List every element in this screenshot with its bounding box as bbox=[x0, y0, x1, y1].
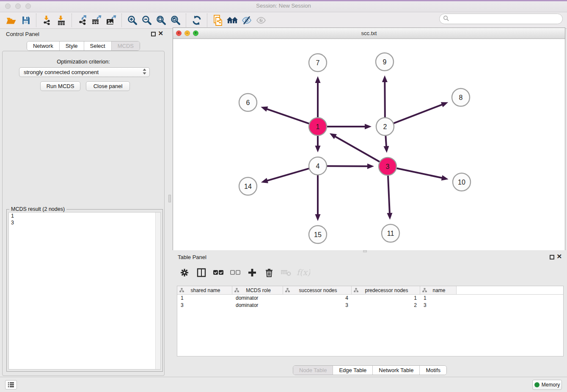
import-network-icon[interactable] bbox=[40, 14, 54, 27]
edge-3-11[interactable] bbox=[387, 176, 392, 220]
mcds-result-item[interactable]: 3 bbox=[9, 219, 160, 226]
show-all-icon[interactable] bbox=[254, 14, 268, 27]
close-panel-icon[interactable]: ✕ bbox=[158, 30, 163, 37]
export-image-icon[interactable] bbox=[104, 14, 118, 27]
column-header-shared-name[interactable]: shared name bbox=[177, 286, 232, 294]
table-tab-node-table[interactable]: Node Table bbox=[293, 366, 333, 375]
hide-selected-icon[interactable] bbox=[239, 14, 254, 27]
save-session-icon[interactable] bbox=[19, 14, 33, 27]
function-builder-icon[interactable]: f(x) bbox=[295, 265, 311, 280]
zoom-in-icon[interactable] bbox=[125, 14, 140, 27]
network-canvas[interactable]: 7968124314101511 bbox=[173, 39, 565, 250]
table-cell[interactable]: 1 bbox=[420, 295, 457, 302]
node-2[interactable]: 2 bbox=[376, 118, 394, 135]
node-9[interactable]: 9 bbox=[376, 53, 394, 71]
delete-columns-icon[interactable] bbox=[261, 265, 277, 280]
task-history-button[interactable] bbox=[5, 380, 17, 389]
edge-2-9[interactable] bbox=[382, 75, 388, 117]
export-network-icon[interactable] bbox=[75, 14, 90, 27]
splitter-grip[interactable] bbox=[168, 195, 171, 202]
column-header-name[interactable]: name bbox=[420, 286, 457, 294]
node-10[interactable]: 10 bbox=[453, 173, 471, 191]
zoom-fit-icon[interactable] bbox=[154, 14, 168, 27]
column-header-successor-nodes[interactable]: successor nodes bbox=[283, 286, 352, 294]
delete-table-icon[interactable] bbox=[278, 265, 294, 280]
control-tab-network[interactable]: Network bbox=[27, 41, 60, 50]
svg-text:6: 6 bbox=[246, 99, 250, 106]
edge-1-6[interactable] bbox=[261, 107, 309, 124]
node-7[interactable]: 7 bbox=[309, 54, 327, 72]
edge-1-2[interactable] bbox=[327, 124, 372, 130]
vertical-splitter[interactable] bbox=[168, 29, 172, 377]
table-cell[interactable]: 3 bbox=[420, 302, 457, 309]
table-row[interactable]: 1dominator411 bbox=[177, 295, 563, 302]
search-field[interactable] bbox=[439, 14, 563, 24]
zoom-out-icon[interactable] bbox=[140, 14, 154, 27]
memory-button[interactable]: Memory bbox=[532, 380, 562, 390]
column-header-MCDS-role[interactable]: MCDS role bbox=[232, 286, 283, 294]
edge-4-3[interactable] bbox=[327, 163, 374, 169]
import-table-icon[interactable] bbox=[54, 14, 69, 27]
table-panel-close-icon[interactable]: ✕ bbox=[556, 253, 562, 260]
table-tab-network-table[interactable]: Network Table bbox=[373, 366, 420, 375]
table-cell[interactable]: 3 bbox=[283, 302, 352, 309]
edge-1-4[interactable] bbox=[315, 136, 321, 152]
node-3[interactable]: 3 bbox=[379, 157, 396, 175]
table-cell[interactable]: 4 bbox=[283, 295, 352, 302]
table-panel: Table Panel ✕ f(x) shared nameMCDS roles… bbox=[173, 252, 567, 377]
network-frame-titlebar[interactable]: × − + scc.txt bbox=[173, 28, 565, 39]
edge-2-3[interactable] bbox=[383, 136, 389, 153]
table-tab-motifs[interactable]: Motifs bbox=[420, 366, 446, 375]
float-panel-icon[interactable] bbox=[151, 32, 156, 36]
memory-status-icon bbox=[534, 382, 539, 387]
column-header-predecessor-nodes[interactable]: predecessor nodes bbox=[352, 286, 420, 294]
result-scrollbar[interactable] bbox=[155, 213, 160, 369]
export-table-icon[interactable] bbox=[90, 14, 104, 27]
edge-3-1[interactable] bbox=[330, 133, 380, 162]
open-session-folder-icon[interactable] bbox=[4, 14, 19, 27]
search-icon bbox=[443, 15, 449, 23]
column-browser-icon[interactable] bbox=[194, 265, 209, 280]
table-tab-edge-table[interactable]: Edge Table bbox=[333, 366, 373, 375]
clone-network-icon[interactable] bbox=[211, 14, 225, 27]
node-1[interactable]: 1 bbox=[309, 118, 327, 135]
mcds-result-item[interactable]: 1 bbox=[9, 213, 160, 219]
edge-4-15[interactable] bbox=[315, 175, 321, 221]
select-all-columns-icon[interactable] bbox=[211, 265, 226, 280]
edge-4-14[interactable] bbox=[261, 168, 309, 183]
table-panel-float-icon[interactable] bbox=[550, 255, 554, 259]
node-15[interactable]: 15 bbox=[309, 226, 327, 243]
close-panel-button[interactable]: Close panel bbox=[86, 81, 130, 91]
table-row[interactable]: 3dominator323 bbox=[177, 302, 563, 309]
edge-3-10[interactable] bbox=[397, 168, 449, 181]
control-tab-mcds[interactable]: MCDS bbox=[112, 41, 140, 50]
unselect-all-columns-icon[interactable] bbox=[228, 265, 243, 280]
search-input[interactable] bbox=[451, 15, 562, 23]
node-4[interactable]: 4 bbox=[309, 157, 327, 175]
add-column-icon[interactable] bbox=[245, 265, 260, 280]
table-cell[interactable]: 2 bbox=[352, 302, 420, 309]
run-mcds-button[interactable]: Run MCDS bbox=[40, 81, 80, 91]
network-frame-title: scc.txt bbox=[173, 30, 565, 36]
table-settings-gear-icon[interactable] bbox=[177, 265, 192, 280]
edge-1-7[interactable] bbox=[315, 76, 321, 117]
node-14[interactable]: 14 bbox=[239, 177, 257, 195]
table-cell[interactable]: 1 bbox=[352, 295, 420, 302]
edge-2-8[interactable] bbox=[394, 102, 449, 123]
toolbar-separator bbox=[36, 14, 37, 27]
table-cell[interactable]: 3 bbox=[177, 302, 232, 309]
mcds-result-list[interactable]: 13 bbox=[8, 212, 161, 370]
criterion-dropdown[interactable]: strongly connected component bbox=[19, 67, 150, 77]
control-tab-style[interactable]: Style bbox=[60, 41, 84, 50]
table-cell[interactable]: dominator bbox=[232, 295, 283, 302]
node-6[interactable]: 6 bbox=[239, 94, 257, 111]
zoom-selected-icon[interactable] bbox=[168, 14, 183, 27]
table-cell[interactable]: dominator bbox=[232, 302, 283, 309]
first-neighbors-icon[interactable] bbox=[225, 14, 239, 27]
optimization-criterion-label: Optimization criterion: bbox=[3, 58, 164, 65]
table-cell[interactable]: 1 bbox=[177, 295, 232, 302]
refresh-view-icon[interactable] bbox=[190, 14, 204, 27]
node-8[interactable]: 8 bbox=[452, 88, 470, 106]
control-tab-select[interactable]: Select bbox=[84, 41, 112, 50]
node-11[interactable]: 11 bbox=[382, 224, 399, 242]
